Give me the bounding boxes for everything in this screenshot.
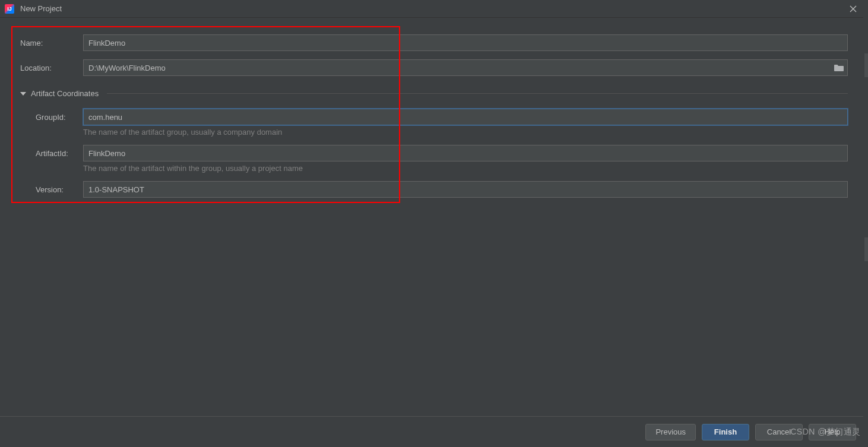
folder-icon [834, 64, 844, 72]
browse-button[interactable] [834, 64, 844, 72]
cancel-button[interactable]: Cancel [755, 424, 803, 440]
group-id-input[interactable] [83, 109, 848, 125]
name-input[interactable] [83, 34, 848, 51]
location-label: Location: [20, 64, 83, 72]
artifact-id-hint: The name of the artifact within the grou… [83, 164, 848, 173]
group-id-hint: The name of the artifact group, usually … [83, 128, 848, 137]
location-row: Location: [20, 59, 848, 76]
version-label: Version: [20, 185, 83, 194]
previous-button[interactable]: Previous [645, 424, 696, 440]
group-id-row: GroupId: [20, 109, 848, 125]
window-title: New Project [20, 4, 62, 13]
artifact-id-row: ArtifactId: [20, 145, 848, 161]
chevron-down-icon [20, 92, 26, 96]
name-label: Name: [20, 39, 83, 47]
dialog-content: Name: Location: Artifact Coordinates Gro… [0, 18, 868, 416]
artifact-id-label: ArtifactId: [20, 149, 83, 158]
window-edge [863, 0, 868, 447]
artifact-section-title: Artifact Coordinates [31, 89, 99, 98]
help-button[interactable]: Help [809, 424, 856, 440]
version-input[interactable] [83, 181, 848, 198]
section-divider [107, 93, 848, 94]
titlebar: IJ New Project [0, 0, 868, 18]
group-id-label: GroupId: [20, 113, 83, 122]
finish-button[interactable]: Finish [702, 424, 749, 440]
artifact-id-input[interactable] [83, 145, 848, 161]
version-row: Version: [20, 181, 848, 198]
dialog-footer: Previous Finish Cancel Help [0, 416, 868, 447]
name-row: Name: [20, 34, 848, 51]
edge-marker [864, 53, 868, 77]
artifact-coordinates-toggle[interactable]: Artifact Coordinates [20, 89, 848, 98]
intellij-icon: IJ [5, 4, 14, 14]
location-input[interactable] [83, 59, 848, 76]
edge-marker [864, 237, 868, 261]
close-icon [850, 5, 857, 12]
close-button[interactable] [848, 4, 859, 14]
